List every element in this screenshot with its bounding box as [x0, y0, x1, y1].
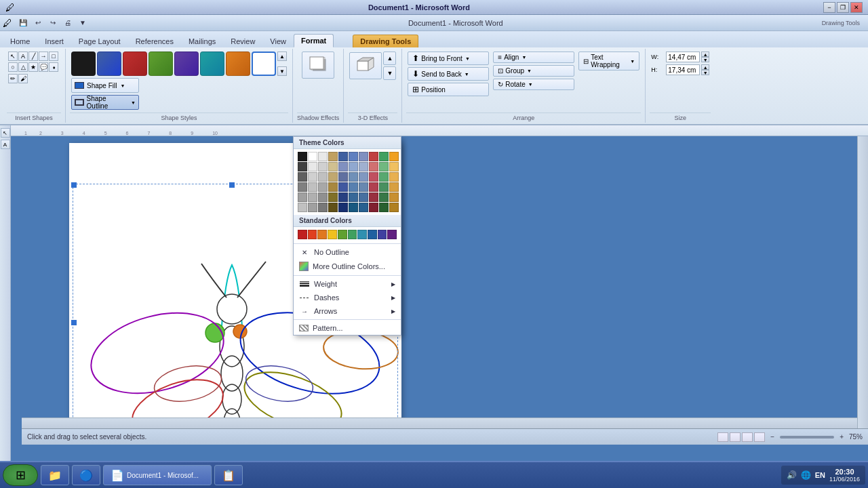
theme-color-cell[interactable] [359, 203, 368, 212]
theme-color-cell[interactable] [338, 162, 348, 171]
theme-color-cell[interactable] [359, 192, 368, 202]
standard-color-cell[interactable] [328, 230, 337, 239]
standard-color-cell[interactable] [338, 230, 347, 239]
tab-home[interactable]: Home [3, 35, 37, 47]
theme-color-cell[interactable] [298, 172, 307, 182]
tool-rect[interactable]: □ [49, 52, 58, 61]
3d-up[interactable]: ▲ [383, 52, 396, 65]
send-back-btn[interactable]: ⬇ Send to Back ▼ [408, 67, 489, 81]
theme-color-cell[interactable] [379, 182, 389, 192]
minimize-btn[interactable]: − [823, 2, 835, 13]
theme-color-cell[interactable] [359, 162, 368, 171]
standard-color-cell[interactable] [357, 230, 367, 239]
theme-color-cell[interactable] [308, 162, 317, 171]
more-colors-item[interactable]: More Outline Colors... [294, 259, 401, 274]
theme-color-cell[interactable] [328, 182, 338, 192]
handle-left[interactable] [71, 320, 77, 325]
theme-color-cell[interactable] [318, 192, 328, 202]
theme-color-cell[interactable] [379, 192, 389, 202]
redo-btn[interactable]: ↪ [46, 16, 60, 30]
undo-btn[interactable]: ↩ [31, 16, 45, 30]
theme-color-cell[interactable] [338, 203, 348, 212]
standard-color-cell[interactable] [348, 230, 357, 239]
theme-color-cell[interactable] [359, 172, 368, 182]
theme-color-cell[interactable] [308, 182, 317, 192]
tab-mailings[interactable]: Mailings [181, 35, 223, 47]
tool-pencil[interactable]: ✏ [8, 74, 18, 83]
swatch-green[interactable] [149, 52, 173, 76]
swatch-white[interactable] [252, 52, 276, 76]
theme-color-cell[interactable] [349, 192, 358, 202]
swatch-orange[interactable] [226, 52, 250, 76]
width-up[interactable]: ▲ [701, 52, 709, 57]
tool-callout[interactable]: 💬 [39, 62, 48, 72]
tool-line[interactable]: ╱ [28, 52, 38, 61]
theme-color-cell[interactable] [379, 172, 389, 182]
swatch-more[interactable]: ▼ [277, 66, 287, 76]
width-down[interactable]: ▼ [701, 57, 709, 62]
theme-color-cell[interactable] [389, 182, 399, 192]
theme-color-cell[interactable] [298, 203, 307, 212]
theme-color-cell[interactable] [349, 152, 358, 161]
theme-color-cell[interactable] [389, 152, 399, 161]
print-btn[interactable]: 🖨 [61, 16, 75, 30]
theme-color-cell[interactable] [369, 172, 378, 182]
theme-color-cell[interactable] [389, 172, 399, 182]
restore-btn[interactable]: ❐ [837, 2, 849, 13]
theme-color-cell[interactable] [349, 172, 358, 182]
swatch-red[interactable] [123, 52, 147, 76]
view-icon-4[interactable] [754, 432, 765, 442]
theme-color-cell[interactable] [328, 162, 338, 171]
theme-color-cell[interactable] [318, 152, 328, 161]
theme-color-cell[interactable] [369, 182, 378, 192]
swatch-purple[interactable] [174, 52, 199, 76]
close-btn[interactable]: ✕ [850, 2, 863, 13]
swatch-up[interactable]: ▲ [277, 52, 287, 61]
theme-color-cell[interactable] [389, 192, 399, 202]
tab-format[interactable]: Format [294, 34, 334, 47]
tab-insert[interactable]: Insert [37, 35, 71, 47]
theme-color-cell[interactable] [328, 192, 338, 202]
theme-color-cell[interactable] [349, 162, 358, 171]
tool-text[interactable]: A [18, 52, 28, 61]
theme-color-cell[interactable] [338, 152, 348, 161]
3d-down[interactable]: ▼ [383, 66, 396, 80]
theme-color-cell[interactable] [298, 152, 307, 161]
no-outline-item[interactable]: ✕ No Outline [294, 245, 401, 259]
shape-fill-btn[interactable]: Shape Fill ▼ [71, 78, 139, 93]
horizontal-scrollbar[interactable] [22, 418, 857, 428]
tool-tri[interactable]: △ [18, 62, 28, 72]
theme-color-cell[interactable] [328, 172, 338, 182]
standard-color-cell[interactable] [308, 230, 317, 239]
standard-color-cell[interactable] [298, 230, 307, 239]
tab-references[interactable]: References [128, 35, 181, 47]
theme-color-cell[interactable] [308, 152, 317, 161]
swatch-black[interactable] [71, 52, 96, 76]
theme-color-cell[interactable] [369, 162, 378, 171]
view-icon-3[interactable] [742, 432, 753, 442]
vertical-scrollbar[interactable] [857, 136, 868, 428]
theme-color-cell[interactable] [379, 162, 389, 171]
theme-color-cell[interactable] [328, 152, 338, 161]
taskbar-bluetooth[interactable]: 🔵 [72, 465, 100, 485]
swatch-blue[interactable] [97, 52, 121, 76]
theme-color-cell[interactable] [298, 192, 307, 202]
rotate-btn[interactable]: ↻ Rotate ▼ [493, 79, 574, 90]
tab-page-layout[interactable]: Page Layout [71, 35, 128, 47]
theme-color-cell[interactable] [369, 203, 378, 212]
standard-color-cell[interactable] [317, 230, 327, 239]
bring-front-btn[interactable]: ⬆ Bring to Front ▼ [408, 52, 489, 65]
height-input[interactable] [666, 64, 700, 75]
tab-drawing-tools[interactable]: Drawing Tools [353, 35, 418, 47]
dashes-item[interactable]: Dashes ▶ [294, 291, 401, 304]
position-btn[interactable]: ⊞ Position [408, 83, 489, 96]
theme-color-cell[interactable] [308, 172, 317, 182]
width-input[interactable] [666, 52, 700, 62]
theme-color-cell[interactable] [379, 203, 389, 212]
shadow-btn[interactable] [302, 52, 334, 79]
theme-color-cell[interactable] [318, 162, 328, 171]
standard-color-cell[interactable] [387, 230, 397, 239]
view-icon-2[interactable] [730, 432, 741, 442]
tool-arrow[interactable]: → [39, 52, 48, 61]
theme-color-cell[interactable] [389, 203, 399, 212]
